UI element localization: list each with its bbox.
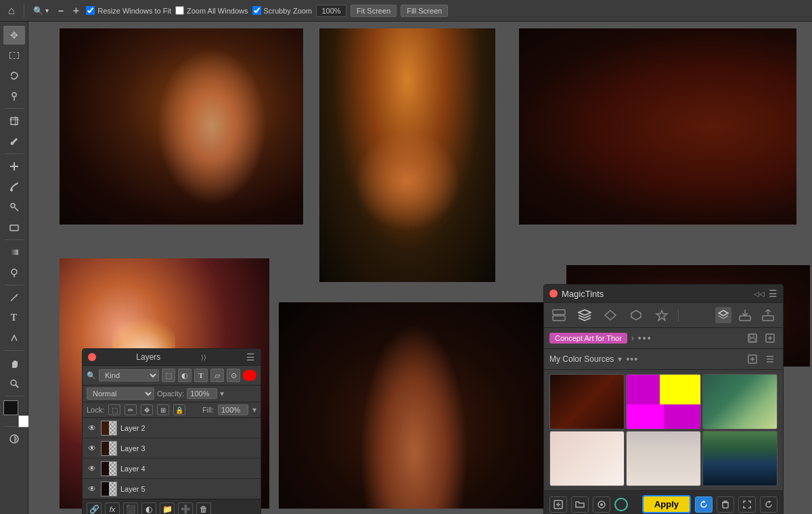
- mt-cycle-button[interactable]: [695, 496, 713, 513]
- layer-row-4[interactable]: 👁 Layer 4: [83, 459, 261, 479]
- text-tool-button[interactable]: T: [3, 308, 25, 327]
- magictints-collapse-button[interactable]: ◁◁: [754, 290, 765, 298]
- mt-thumb-1[interactable]: [549, 374, 625, 429]
- layer-2-visibility-icon[interactable]: 👁: [87, 423, 97, 433]
- mt-diamond-icon[interactable]: [601, 307, 620, 323]
- opacity-dropdown-icon[interactable]: ▾: [220, 389, 224, 398]
- mt-thumb-3[interactable]: [702, 374, 777, 429]
- zoom-tool-button-left[interactable]: [3, 374, 25, 393]
- home-icon[interactable]: ⌂: [5, 3, 18, 18]
- filter-toggle-button[interactable]: [243, 370, 256, 381]
- mt-export-icon[interactable]: [759, 307, 777, 323]
- fill-input[interactable]: [218, 404, 248, 415]
- mt-hexagon-icon[interactable]: [627, 307, 646, 323]
- mt-star-icon[interactable]: [652, 307, 671, 323]
- magictints-menu-button[interactable]: ☰: [769, 288, 777, 299]
- filter-pixel-button[interactable]: ⬚: [162, 369, 175, 382]
- add-adjustment-button[interactable]: ◐: [141, 503, 156, 514]
- foreground-color-swatch[interactable]: [3, 400, 18, 415]
- zoom-all-windows-checkbox[interactable]: [175, 6, 184, 15]
- dodge-tool-button[interactable]: [3, 263, 25, 282]
- layer-row-2[interactable]: 👁 Layer 2: [83, 418, 261, 438]
- filter-smart-button[interactable]: ⊙: [227, 369, 240, 382]
- layer-4-visibility-icon[interactable]: 👁: [87, 464, 97, 473]
- mt-color-sources-list-button[interactable]: [763, 352, 777, 366]
- filter-shape-button[interactable]: ▱: [210, 369, 224, 382]
- layer-3-visibility-icon[interactable]: 👁: [87, 444, 97, 453]
- mt-thumb-4[interactable]: [549, 431, 625, 486]
- clone-tool-button[interactable]: [3, 197, 25, 216]
- filter-kind-select[interactable]: Kind: [99, 369, 159, 381]
- brush-tool-button[interactable]: [3, 177, 25, 196]
- mt-apply-button[interactable]: Apply: [642, 495, 691, 513]
- color-swatches[interactable]: [3, 400, 25, 422]
- mt-breadcrumb-more-button[interactable]: •••: [638, 333, 652, 344]
- link-layers-button[interactable]: 🔗: [87, 503, 102, 514]
- mt-folder-button[interactable]: [571, 496, 589, 513]
- lock-position-button[interactable]: ✥: [141, 404, 153, 415]
- add-group-button[interactable]: 📁: [160, 503, 175, 514]
- move-tool-button[interactable]: ✥: [3, 26, 25, 45]
- lock-all-button[interactable]: 🔒: [173, 404, 185, 415]
- eraser-tool-button[interactable]: [3, 218, 25, 237]
- layers-expand-button[interactable]: ⟩⟩: [201, 354, 206, 361]
- mt-reset-button[interactable]: [760, 496, 777, 513]
- lock-artboard-button[interactable]: ⊞: [157, 404, 169, 415]
- marquee-tool-button[interactable]: [3, 46, 25, 65]
- mt-save-icon[interactable]: [745, 331, 760, 345]
- zoom-all-windows-checkbox-label[interactable]: Zoom All Windows: [175, 6, 248, 15]
- mt-thumb-6[interactable]: [702, 431, 777, 486]
- scrubby-zoom-checkbox-label[interactable]: Scrubby Zoom: [252, 6, 313, 15]
- mt-preset-icon-1[interactable]: [549, 307, 568, 323]
- mt-layer-stack-icon[interactable]: [715, 307, 731, 323]
- lock-pixels-button[interactable]: ⬚: [108, 404, 120, 415]
- fill-screen-button[interactable]: Fill Screen: [401, 5, 448, 17]
- lasso-tool-button[interactable]: [3, 66, 25, 85]
- fill-dropdown-icon[interactable]: ▾: [252, 405, 256, 415]
- mt-breadcrumb-text[interactable]: Concept Art for Thor: [549, 333, 627, 344]
- zoom-out-button[interactable]: −: [55, 4, 66, 18]
- wand-tool-button[interactable]: [3, 87, 25, 106]
- fit-screen-button[interactable]: Fit Screen: [351, 5, 397, 17]
- new-layer-button[interactable]: ➕: [178, 503, 193, 514]
- gradient-tool-button[interactable]: [3, 243, 25, 262]
- resize-windows-checkbox[interactable]: [86, 6, 95, 15]
- mt-color-sources-save-button[interactable]: [745, 352, 760, 366]
- mt-expand-button[interactable]: [738, 496, 756, 513]
- opacity-input[interactable]: 100%: [187, 388, 217, 399]
- mt-thumb-2[interactable]: [626, 374, 701, 429]
- eyedropper-tool-button[interactable]: [3, 132, 25, 151]
- mt-color-button[interactable]: [593, 496, 610, 513]
- layer-row-5[interactable]: 👁 Layer 5: [83, 479, 261, 499]
- quick-mask-button[interactable]: [3, 429, 25, 448]
- path-tool-button[interactable]: [3, 329, 25, 348]
- zoom-tool-icon[interactable]: 🔍▾: [30, 5, 51, 17]
- layers-menu-icon[interactable]: ☰: [246, 352, 255, 363]
- filter-adjustment-button[interactable]: ◐: [178, 369, 191, 382]
- magictints-close-button[interactable]: [549, 289, 558, 298]
- crop-tool-button[interactable]: [3, 112, 25, 131]
- heal-tool-button[interactable]: [3, 157, 25, 176]
- layer-row-3[interactable]: 👁 Layer 3: [83, 438, 261, 459]
- blend-mode-select[interactable]: Normal Dissolve Multiply Screen Overlay: [87, 388, 154, 400]
- layers-close-button[interactable]: [88, 353, 96, 361]
- mt-section-dropdown-button[interactable]: ▾: [618, 354, 622, 364]
- mt-section-more-button[interactable]: •••: [626, 354, 638, 365]
- mt-add-icon[interactable]: [763, 331, 777, 345]
- layer-5-visibility-icon[interactable]: 👁: [87, 484, 97, 494]
- mt-import-icon[interactable]: [736, 307, 754, 323]
- add-mask-button[interactable]: ⬛: [123, 503, 138, 514]
- mt-new-preset-button[interactable]: [549, 496, 567, 513]
- resize-windows-checkbox-label[interactable]: Resize Windows to Fit: [86, 6, 171, 15]
- zoom-level-input[interactable]: 100%: [316, 5, 346, 17]
- lock-paint-button[interactable]: ✏: [125, 404, 137, 415]
- mt-layers-icon[interactable]: [575, 307, 594, 323]
- pen-tool-button[interactable]: [3, 288, 25, 307]
- zoom-in-button[interactable]: +: [70, 3, 82, 18]
- hand-tool-button[interactable]: [3, 354, 25, 373]
- mt-trash-button[interactable]: [717, 496, 734, 513]
- fx-button[interactable]: fx: [105, 503, 120, 514]
- mt-thumb-5[interactable]: [626, 431, 701, 486]
- filter-text-button[interactable]: T: [194, 369, 208, 382]
- scrubby-zoom-checkbox[interactable]: [252, 6, 261, 15]
